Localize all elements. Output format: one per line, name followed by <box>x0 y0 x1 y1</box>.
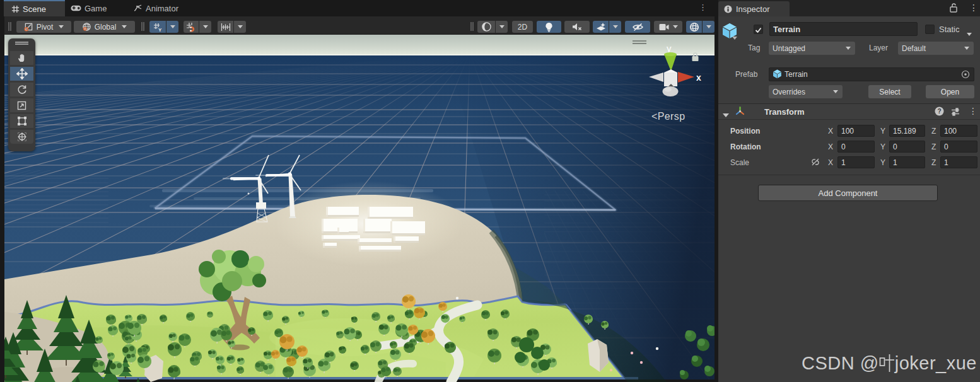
svg-text:?: ? <box>937 108 941 115</box>
svg-text:Y: Y <box>158 26 162 32</box>
svg-text:x: x <box>696 72 701 83</box>
svg-text:y: y <box>667 43 672 54</box>
